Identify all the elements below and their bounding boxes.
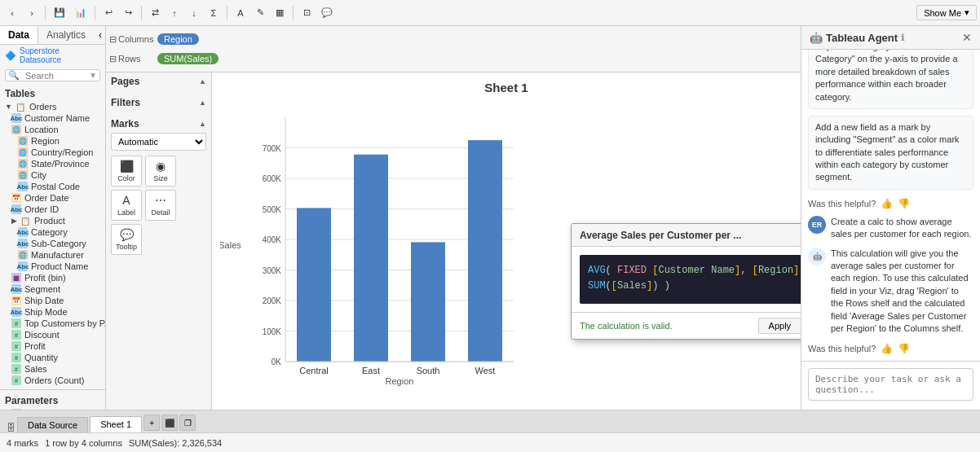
mark-button-label[interactable]: A Label (111, 190, 142, 221)
y-tick-label: 300K (263, 266, 282, 275)
table-tree-item[interactable]: # Top Customers by P... (0, 318, 105, 329)
table-tree-item[interactable]: 🌐 Manufacturer (0, 249, 105, 261)
table-tree-item[interactable]: Abc Postal Code (0, 181, 105, 192)
size-button[interactable]: ⊡ (298, 3, 316, 23)
sort-desc-button[interactable]: ↓ (185, 3, 203, 23)
field-type-icon: 🌐 (11, 125, 21, 134)
agent-suggestion[interactable]: Add a new field as a mark by including "… (808, 116, 973, 190)
show-me-button[interactable]: Show Me ▾ (916, 5, 977, 20)
sum-button[interactable]: Σ (205, 3, 223, 23)
agent-icon: 🤖 (810, 32, 823, 44)
bar-west[interactable] (468, 140, 502, 362)
field-name: Country/Region (31, 147, 93, 157)
table-tree-item[interactable]: Abc Product Name (0, 261, 105, 272)
table-tree-item[interactable]: Abc Segment (0, 283, 105, 295)
duplicate-sheet-button[interactable]: ❐ (179, 415, 196, 431)
nav-forward-button[interactable]: › (23, 3, 41, 23)
layout-button[interactable]: ▦ (271, 3, 289, 23)
sheet1-tab[interactable]: Sheet 1 (90, 416, 142, 432)
thumbs-down-button[interactable]: 👎 (898, 198, 910, 209)
mark-icon: 💬 (120, 228, 134, 241)
table-tree-item[interactable]: # Sales (0, 363, 105, 375)
datasource-icon: 🔷 (5, 50, 16, 61)
search-input[interactable] (22, 71, 86, 81)
new-ds-button[interactable]: 📊 (71, 3, 90, 23)
bar-central[interactable] (297, 208, 331, 362)
table-tree-item[interactable]: Abc Order ID (0, 204, 105, 215)
agent-input[interactable] (808, 368, 973, 401)
pages-section: Pages ▲ (106, 72, 211, 94)
field-type-icon: Abc (18, 227, 28, 237)
sum-sales-pill[interactable]: SUM(Sales) (157, 53, 219, 64)
apply-button[interactable]: Apply (758, 318, 801, 334)
agent-info-icon[interactable]: ℹ (901, 33, 904, 43)
region-pill[interactable]: Region (157, 33, 199, 45)
table-tree-item[interactable]: 🌐 Country/Region (0, 147, 105, 158)
marks-header[interactable]: Marks ▲ (111, 118, 206, 129)
sum-info: SUM(Sales): 2,326,534 (129, 438, 222, 448)
calc-formula[interactable]: AVG( FIXED [Customer Name], [Region] : S… (580, 255, 801, 304)
mark-button-color[interactable]: ⬛ Color (111, 156, 142, 187)
bar-south[interactable] (411, 242, 445, 362)
table-tree-item[interactable]: Abc Customer Name (0, 112, 105, 124)
add-sheet-button[interactable]: + (143, 415, 160, 431)
field-type-icon: # (11, 318, 21, 328)
table-tree-item[interactable]: # Quantity (0, 352, 105, 363)
pages-header[interactable]: Pages ▲ (111, 76, 206, 87)
nav-back-button[interactable]: ‹ (3, 3, 21, 23)
calc-body: AVG( FIXED [Customer Name], [Region] : S… (572, 247, 801, 312)
filters-header[interactable]: Filters ▲ (111, 97, 206, 108)
table-tree-item[interactable]: 📅 Ship Date (0, 295, 105, 306)
analytics-tab[interactable]: Analytics (38, 26, 94, 44)
swap-button[interactable]: ⇄ (146, 3, 164, 23)
tooltip-button[interactable]: 💬 (317, 3, 337, 23)
annotate-button[interactable]: ✎ (251, 3, 269, 23)
table-tree-item[interactable]: ▼ 📋 Orders (0, 101, 105, 112)
rows-label: ⊟ Rows (109, 54, 154, 64)
marks-type-dropdown[interactable]: Automatic (111, 133, 206, 151)
sidebar-collapse-button[interactable]: ‹ (94, 26, 106, 44)
table-tree-item[interactable]: # Orders (Count) (0, 375, 105, 386)
table-tree-item[interactable]: ▶ 📋 Product (0, 215, 105, 226)
field-type-icon: # (11, 353, 21, 362)
tables-tree: ▼ 📋 OrdersAbc Customer Name🌐 Location🌐 R… (0, 101, 105, 386)
formula-fixed: FIXED (617, 265, 647, 276)
field-type-icon: 🌐 (18, 147, 28, 157)
redo-button[interactable]: ↪ (119, 3, 137, 23)
datasource-row[interactable]: 🔷 Superstore Datasource (0, 45, 105, 66)
sheet-options-button[interactable]: ⬛ (161, 415, 178, 431)
mark-button-detail[interactable]: ⋯ Detail (145, 190, 176, 221)
mark-label: Detail (151, 208, 170, 217)
table-tree-item[interactable]: Abc Ship Mode (0, 306, 105, 318)
agent-suggestion[interactable]: Replace "Category" with "Sub-Category" o… (808, 50, 973, 109)
sort-asc-button[interactable]: ↑ (166, 3, 183, 23)
table-tree-item[interactable]: Abc Category (0, 226, 105, 238)
data-tab[interactable]: Data (0, 26, 38, 44)
save-button[interactable]: 💾 (50, 3, 69, 23)
mark-button-tooltip[interactable]: 💬 Tooltip (111, 224, 142, 255)
table-tree-item[interactable]: # Profit (0, 340, 105, 352)
mark-button-size[interactable]: ◉ Size (145, 156, 176, 187)
formula-bracket5: [ (611, 280, 617, 292)
table-tree-item[interactable]: ▦ Profit (bin) (0, 272, 105, 283)
tableau-avatar: 🤖 (808, 248, 826, 265)
undo-button[interactable]: ↩ (99, 3, 117, 23)
table-tree-item[interactable]: Abc Sub-Category (0, 238, 105, 249)
agent-close-button[interactable]: ✕ (962, 31, 972, 44)
bar-east[interactable] (354, 155, 388, 362)
table-tree-item[interactable]: 🌐 Region (0, 135, 105, 147)
field-name: Postal Code (31, 182, 80, 191)
filter-icon[interactable]: ▼ (86, 71, 99, 80)
data-source-tab[interactable]: Data Source (17, 417, 88, 432)
table-tree-item[interactable]: 🌐 State/Province (0, 158, 105, 169)
table-tree-item[interactable]: 📅 Order Date (0, 192, 105, 204)
table-tree-item[interactable]: # Discount (0, 329, 105, 340)
thumbs-up-button[interactable]: 👍 (881, 343, 893, 354)
marks-section: Marks ▲ Automatic ⬛ Color◉ SizeA Label⋯ … (106, 115, 211, 258)
table-tree-item[interactable]: 🌐 City (0, 169, 105, 181)
main-toolbar: ‹ › 💾 📊 ↩ ↪ ⇄ ↑ ↓ Σ A ✎ ▦ ⊡ 💬 Show Me ▾ (0, 0, 980, 26)
table-tree-item[interactable]: 🌐 Location (0, 124, 105, 135)
thumbs-up-button[interactable]: 👍 (881, 198, 893, 209)
thumbs-down-button[interactable]: 👎 (898, 343, 910, 354)
highlight-button[interactable]: A (232, 3, 249, 23)
